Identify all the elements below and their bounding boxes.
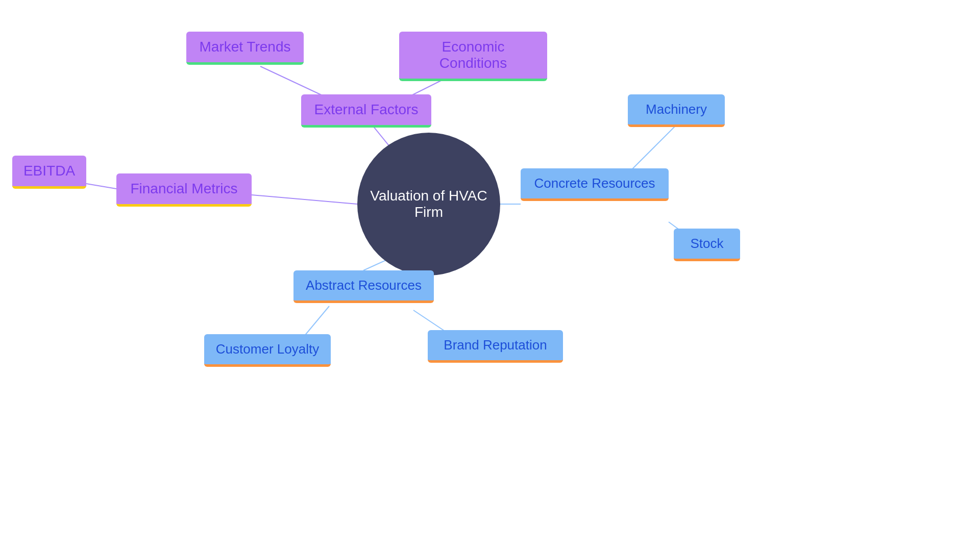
abstract-resources-label: Abstract Resources [306,278,422,293]
external-factors-label: External Factors [314,102,419,118]
ebitda-label: EBITDA [23,163,75,179]
concrete-resources-label: Concrete Resources [534,176,655,191]
financial-metrics-label: Financial Metrics [130,181,237,197]
node-ebitda[interactable]: EBITDA [12,156,86,189]
node-stock[interactable]: Stock [674,229,740,261]
node-market-trends[interactable]: Market Trends [186,32,304,65]
market-trends-label: Market Trends [200,39,291,55]
svg-line-3 [252,195,357,204]
center-label: Valuation of HVAC Firm [357,188,500,220]
economic-conditions-label: Economic Conditions [410,39,536,71]
svg-line-4 [86,184,116,189]
node-financial-metrics[interactable]: Financial Metrics [116,173,252,207]
node-customer-loyalty[interactable]: Customer Loyalty [204,334,331,367]
customer-loyalty-label: Customer Loyalty [216,341,319,357]
machinery-label: Machinery [646,102,707,117]
node-machinery[interactable]: Machinery [628,94,725,127]
center-node: Valuation of HVAC Firm [357,133,500,276]
stock-label: Stock [690,236,723,252]
brand-reputation-label: Brand Reputation [444,337,547,353]
node-concrete-resources[interactable]: Concrete Resources [521,168,669,201]
node-economic-conditions[interactable]: Economic Conditions [399,32,547,81]
node-external-factors[interactable]: External Factors [301,94,431,128]
node-brand-reputation[interactable]: Brand Reputation [428,330,563,363]
node-abstract-resources[interactable]: Abstract Resources [293,270,434,303]
